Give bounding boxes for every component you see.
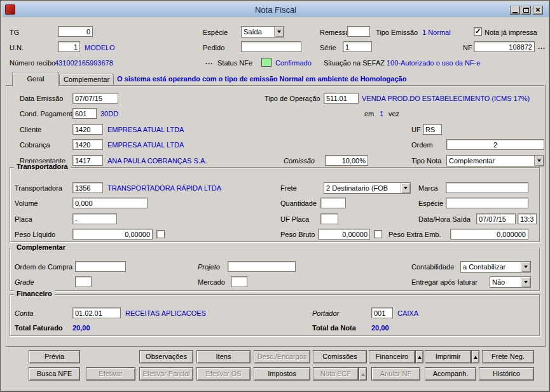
dropdown-button[interactable] [521, 277, 530, 287]
recibo-label: Número recibo [10, 59, 55, 67]
peso-liquido-label: Peso Líquido [15, 231, 55, 238]
minimize-icon [512, 12, 518, 13]
nota-impressa-label: Nota já impressa [485, 29, 537, 36]
comissoes-button[interactable]: Comissões [313, 350, 367, 363]
observacoes-button[interactable]: Observações [139, 350, 193, 363]
placa-label: Placa [15, 215, 32, 223]
data-saida-input[interactable] [476, 213, 516, 224]
volume-input[interactable] [72, 198, 148, 208]
peso-liquido-input[interactable] [72, 229, 153, 240]
entregar-label: Entregar após faturar [411, 278, 478, 286]
maximize-button[interactable] [521, 6, 531, 15]
acompanh-button[interactable]: Acompanh. [425, 367, 476, 381]
contabilidade-label: Contabilidade [411, 263, 454, 271]
financeiro-button[interactable]: Financeiro [369, 350, 415, 363]
uf-placa-input[interactable] [320, 213, 338, 224]
minimize-button[interactable] [510, 6, 520, 15]
pedido-input[interactable] [241, 41, 301, 52]
financeiro-menu-button[interactable] [415, 350, 423, 363]
contabilidade-select-value: a Contabilizar [463, 262, 520, 272]
entregar-select-value: Não [492, 277, 520, 287]
cond-pagamento-input[interactable] [72, 108, 97, 119]
complementar-group-title: Complementar [14, 243, 68, 251]
placa-input[interactable] [72, 213, 117, 224]
close-icon: ✕ [535, 7, 540, 13]
marca-label: Marca [418, 184, 438, 192]
pedido-label: Pedido [203, 44, 224, 51]
projeto-label: Projeto [198, 263, 220, 271]
dropdown-arrow-icon [404, 187, 408, 189]
ordem-compra-input[interactable] [75, 261, 126, 272]
cond-pagamento-label: Cond. Pagamento [20, 110, 76, 118]
tg-label: TG [10, 29, 19, 36]
tipo-nota-select-value: Complementar [449, 156, 533, 166]
nota-fiscal-window: Nota Fiscal ✕ TG Espécie Saída Remessa T… [0, 0, 550, 392]
portador-input[interactable] [371, 308, 393, 318]
up-arrow-icon [474, 356, 478, 359]
serie-label: Série [320, 44, 336, 51]
entregar-select[interactable]: Não [490, 276, 531, 288]
cliente-label: Cliente [20, 126, 41, 133]
comissao-input[interactable] [325, 155, 368, 166]
nota-impressa-checkbox[interactable]: ✓ [474, 27, 482, 36]
peso-bruto-label: Peso Bruto [280, 231, 315, 238]
em-label: em [364, 110, 374, 118]
previa-button[interactable]: Prévia [29, 350, 80, 363]
imprimir-button[interactable]: Imprimir [425, 350, 471, 363]
frete-select[interactable]: 2 Destinatario (FOB [324, 182, 411, 194]
tipo-operacao-label: Tipo de Operação [265, 95, 320, 102]
impostos-button[interactable]: Impostos [254, 367, 310, 381]
data-emissao-input[interactable] [72, 93, 118, 104]
projeto-input[interactable] [228, 261, 296, 272]
quantidade-label: Quantidade [280, 199, 317, 207]
peso-bruto-input[interactable] [318, 229, 370, 240]
historico-button[interactable]: Histórico [479, 367, 534, 381]
tab-complementar[interactable]: Complementar [59, 74, 114, 85]
peso-bruto-checkbox[interactable] [374, 230, 382, 238]
contabilidade-select[interactable]: a Contabilizar [460, 261, 531, 273]
hora-saida-input[interactable] [518, 213, 537, 224]
nf-browse-button[interactable]: ... [538, 43, 546, 50]
grade-input[interactable] [75, 276, 92, 287]
transportadora-input[interactable] [72, 182, 103, 193]
uf-input[interactable] [423, 124, 442, 135]
mercado-input[interactable] [231, 276, 247, 287]
conta-input[interactable] [72, 308, 121, 318]
remessa-input[interactable] [347, 26, 370, 37]
efetivar-os-button: Efetivar OS [196, 367, 251, 381]
dropdown-button[interactable] [521, 262, 530, 272]
ordem-input[interactable] [446, 139, 544, 150]
recibo-browse-button[interactable]: ... [205, 58, 213, 65]
serie-input[interactable] [343, 41, 372, 52]
itens-button[interactable]: Itens [196, 350, 251, 363]
efetivar-parcial-button: Efetivar Parcial [139, 367, 193, 381]
especie-transp-input[interactable] [446, 198, 528, 208]
representante-input[interactable] [72, 155, 103, 166]
tipo-nota-select[interactable]: Complementar [446, 155, 544, 166]
title-bar[interactable]: Nota Fiscal [3, 3, 549, 17]
comissao-label: Comissão [284, 157, 315, 165]
remessa-label: Remessa [320, 29, 349, 36]
dropdown-button[interactable] [274, 27, 284, 37]
dropdown-arrow-icon [277, 30, 281, 33]
data-emissao-label: Data Emissão [20, 95, 63, 102]
close-button[interactable]: ✕ [533, 6, 543, 15]
imprimir-menu-button[interactable] [471, 350, 479, 363]
nf-input[interactable] [474, 41, 535, 52]
tg-input[interactable] [58, 26, 93, 37]
tipo-operacao-input[interactable] [324, 93, 359, 104]
tab-geral[interactable]: Geral [12, 72, 59, 86]
peso-liquido-checkbox[interactable] [156, 230, 165, 238]
quantidade-input[interactable] [320, 198, 346, 208]
frete-neg-button[interactable]: Frete Neg. [482, 350, 534, 363]
marca-input[interactable] [446, 182, 528, 193]
cobranca-input[interactable] [72, 139, 103, 150]
busca-nfe-button[interactable]: Busca NFE [29, 367, 80, 381]
cliente-input[interactable] [72, 124, 103, 135]
peso-extra-input[interactable] [450, 229, 528, 240]
data-hora-saida-label: Data/Hora Saída [418, 215, 471, 223]
dropdown-button[interactable] [401, 183, 410, 193]
un-input[interactable] [58, 41, 80, 52]
dropdown-button[interactable] [534, 156, 544, 166]
especie-select[interactable]: Saída [241, 26, 284, 37]
